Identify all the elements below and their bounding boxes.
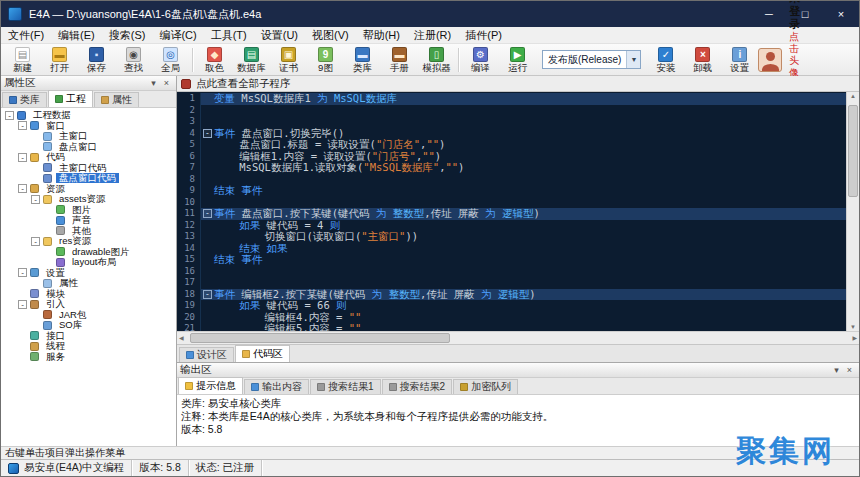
tree-item[interactable]: 盘点窗口代码 [1,173,176,184]
tree-item[interactable]: -res资源 [1,236,176,247]
vertical-scrollbar[interactable] [846,92,859,331]
toolbar-run-button[interactable]: ▶运行 [499,45,536,75]
tree-item[interactable]: 盘点窗口 [1,142,176,153]
release-dropdown[interactable]: 发布版(Release) ▼ [542,50,641,69]
code-line[interactable]: 15结束 事件 [177,254,846,266]
code-line[interactable]: 16 [177,266,846,278]
toolbar-database-button[interactable]: ▤数据库 [233,45,270,75]
toolbar-settings-button[interactable]: i设置 [721,45,758,75]
toolbar-find-button[interactable]: ◉查找 [115,45,152,75]
panel-collapse-icon[interactable]: ▾ [830,365,843,375]
horizontal-scrollbar-thumb[interactable] [190,333,450,343]
output-tab-output-content[interactable]: 输出内容 [244,379,309,394]
close-button[interactable]: × [823,1,859,27]
tree-expander-icon[interactable]: - [18,268,27,277]
tree-item[interactable]: -代码 [1,152,176,163]
toolbar-emulator-button[interactable]: ▯模拟器 [418,45,455,75]
menu-item[interactable]: 工具(T) [204,27,254,43]
tree-item[interactable]: 接口 [1,331,176,342]
tree-item[interactable]: 服务 [1,352,176,363]
toolbar-install-button[interactable]: ✓安装 [647,45,684,75]
fold-marker-icon[interactable]: - [203,290,212,299]
menu-item[interactable]: 帮助(H) [356,27,407,43]
library-icon: ▬ [355,47,370,62]
fold-marker-icon[interactable]: - [203,209,212,218]
code-token: "门店名" [376,138,420,150]
install-icon: ✓ [658,47,673,62]
tree-item[interactable]: 主窗口 [1,131,176,142]
tree-item[interactable]: 声音 [1,215,176,226]
toolbar-uninstall-button[interactable]: ×卸载 [684,45,721,75]
tree-item[interactable]: 属性 [1,278,176,289]
tree-item[interactable]: -工程数据 [1,110,176,121]
editor-mode-tab-code-area[interactable]: 代码区 [235,345,290,362]
tree-expander-icon[interactable]: - [18,300,27,309]
project-tree[interactable]: -工程数据-窗口主窗口盘点窗口-代码主窗口代码盘点窗口代码-资源-assets资… [1,108,176,446]
code-editor[interactable]: 1变量 MsSQL数据库1 为 MsSQL数据库234-事件 盘点窗口.切换完毕… [177,92,846,331]
toolbar-button-label: 查找 [124,63,143,73]
tree-expander-icon[interactable]: - [18,153,27,162]
avatar-icon[interactable] [758,48,782,72]
menu-item[interactable]: 搜索(S) [102,27,153,43]
toolbar-save-button[interactable]: ▪保存 [78,45,115,75]
code-line[interactable]: 1变量 MsSQL数据库1 为 MsSQL数据库 [177,93,846,105]
code-line[interactable]: 14 结束 如果 [177,243,846,255]
tree-item[interactable]: -assets资源 [1,194,176,205]
tree-expander-icon[interactable]: - [31,237,40,246]
code-text: MsSQL数据库1.读取对象("MsSQL数据库","") [214,162,464,174]
project-icon [55,95,63,103]
line-number: 17 [177,277,201,289]
subroutine-list-button[interactable]: 点此查看全部子程序 [177,76,859,92]
tree-item[interactable]: -引入 [1,299,176,310]
menu-item[interactable]: 注册(R) [407,27,458,43]
project-panel-tab-property[interactable]: 属性 [94,92,139,107]
output-tab-search-result-2[interactable]: 搜索结果2 [382,379,453,394]
tree-expander-icon[interactable]: - [18,184,27,193]
code-line[interactable]: 8 [177,174,846,186]
code-token [214,219,239,231]
horizontal-scrollbar[interactable] [177,331,859,344]
tree-item[interactable]: 模块 [1,289,176,300]
tree-expander-icon[interactable]: - [18,121,27,130]
status-register-cell: 状态: 已注册 [189,460,262,476]
tree-item[interactable]: 线程 [1,341,176,352]
tree-item[interactable]: SO库 [1,320,176,331]
tree-item[interactable]: layout布局 [1,257,176,268]
toolbar-compile-button[interactable]: ⚙编译 [462,45,499,75]
toolbar-nine-patch-button[interactable]: 99图 [307,45,344,75]
vertical-scrollbar-thumb[interactable] [848,105,858,197]
menu-item[interactable]: 编译(C) [152,27,203,43]
tree-item[interactable]: JAR包 [1,310,176,321]
toolbar-global-find-button[interactable]: ◎全局 [152,45,189,75]
toolbar-color-picker-button[interactable]: ◆取色 [196,45,233,75]
tree-expander-icon[interactable]: - [5,111,14,120]
menu-item[interactable]: 视图(V) [305,27,356,43]
editor-mode-tab-design-area[interactable]: 设计区 [179,347,234,362]
menu-item[interactable]: 编辑(E) [51,27,102,43]
code-line[interactable]: 9结束 事件 [177,185,846,197]
toolbar-certificate-button[interactable]: ▣证书 [270,45,307,75]
tree-item[interactable]: -设置 [1,268,176,279]
toolbar-manual-button[interactable]: ▬手册 [381,45,418,75]
panel-collapse-icon[interactable]: ▾ [147,78,160,88]
tree-item[interactable]: -窗口 [1,121,176,132]
panel-close-icon[interactable]: × [843,365,856,375]
code-line[interactable]: 21 编辑框5.内容 = "" [177,323,846,331]
menu-item[interactable]: 设置(U) [254,27,305,43]
line-number: 6 [177,151,201,163]
menu-item[interactable]: 文件(F) [1,27,51,43]
output-tab-hint-info[interactable]: 提示信息 [178,377,243,394]
tree-expander-icon[interactable]: - [31,195,40,204]
code-line[interactable]: 7 MsSQL数据库1.读取对象("MsSQL数据库","") [177,162,846,174]
menu-item[interactable]: 插件(P) [458,27,509,43]
toolbar-new-button[interactable]: ▤新建 [4,45,41,75]
project-panel-tab-library[interactable]: 类库 [2,92,47,107]
toolbar-open-button[interactable]: ▬打开 [41,45,78,75]
project-panel-tab-project[interactable]: 工程 [48,90,93,107]
code-line[interactable]: 2 [177,105,846,117]
output-tab-encrypt-queue[interactable]: 加密队列 [453,379,518,394]
toolbar-library-button[interactable]: ▬类库 [344,45,381,75]
panel-close-icon[interactable]: × [160,78,173,88]
fold-marker-icon[interactable]: - [203,129,212,138]
output-tab-search-result-1[interactable]: 搜索结果1 [310,379,381,394]
